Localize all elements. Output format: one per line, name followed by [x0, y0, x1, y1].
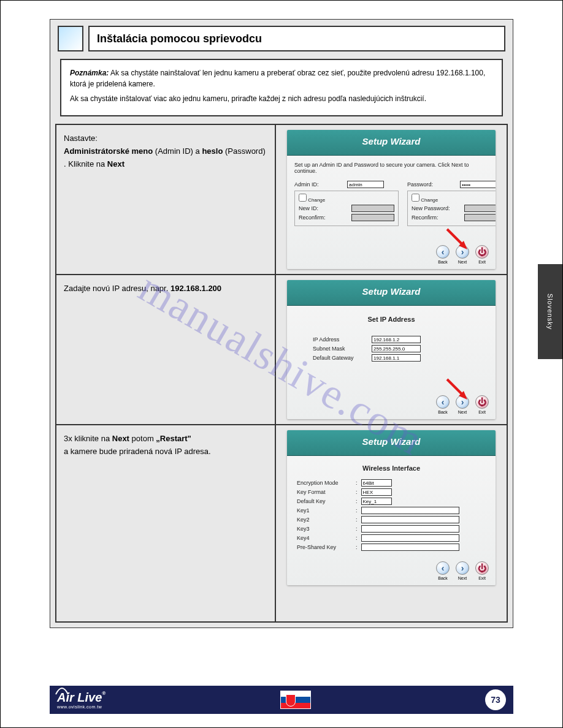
back-button[interactable]: ‹Back: [434, 245, 451, 264]
wizard1-intro: Set up an Admin ID and Password to secur…: [294, 162, 488, 174]
page: Inštalácia pomocou sprievodcu Poznámka: …: [0, 0, 563, 728]
next-button[interactable]: ›Next: [454, 395, 471, 414]
step2-screenshot: Setup Wizard Set IP Address IP Address S…: [276, 275, 508, 424]
t: Exit: [473, 260, 491, 264]
t: a kamere bude priradená nová IP adresa.: [64, 447, 211, 456]
t: Next: [454, 260, 471, 264]
reconfirm-id-input[interactable]: [351, 214, 394, 221]
note-box: Poznámka: Ak sa chystáte nainštalovať le…: [60, 59, 503, 116]
flag-icon: [280, 691, 311, 709]
step-row-3: 3x kliknite na Next potom „Restart" a ka…: [55, 424, 508, 623]
t: 3x kliknite na: [64, 434, 112, 443]
exit-icon: ⏻: [475, 395, 489, 409]
change-checkbox[interactable]: [299, 194, 307, 202]
lbl: Admin ID:: [294, 181, 343, 188]
fmt-select[interactable]: [361, 488, 392, 496]
change-checkbox-2[interactable]: [412, 194, 419, 202]
key3-input[interactable]: [361, 525, 459, 533]
page-title: Inštalácia pomocou sprievodcu: [88, 26, 505, 51]
language-tab: Slovensky: [538, 264, 562, 359]
ip-input[interactable]: [372, 336, 421, 343]
lbl: Key Format: [297, 489, 352, 495]
back-button[interactable]: ‹Back: [434, 395, 451, 414]
t: Exit: [473, 576, 491, 580]
t: . Kliknite na: [64, 159, 107, 169]
lbl: Pre-Shared Key: [297, 544, 352, 550]
title-row: Inštalácia pomocou sprievodcu: [50, 20, 513, 54]
t: Next: [107, 159, 124, 169]
t: Back: [434, 260, 451, 264]
t: (Admin ID): [155, 146, 193, 156]
password-input[interactable]: [460, 181, 496, 188]
lbl: IP Address: [313, 336, 368, 343]
t: potom: [132, 434, 156, 443]
wizard-title: Setup Wizard: [287, 280, 496, 306]
note-line2: Ak sa chystáte inštalovať viac ako jednu…: [70, 93, 493, 104]
lbl: Subnet Mask: [313, 346, 368, 352]
steps-grid: Nastavte: Administrátorské meno (Admin I…: [55, 124, 508, 623]
lbl: Reconfirm:: [299, 214, 348, 221]
logo-arc-icon: [55, 684, 69, 696]
next-icon: ›: [456, 395, 469, 409]
back-icon: ‹: [436, 395, 450, 409]
wizard-2: Setup Wizard Set IP Address IP Address S…: [287, 280, 496, 419]
lbl: New ID:: [299, 205, 348, 211]
wizard-title: Setup Wizard: [287, 430, 496, 456]
mask-input[interactable]: [372, 345, 421, 352]
t: Exit: [473, 410, 491, 414]
t: heslo: [202, 146, 223, 156]
key4-input[interactable]: [361, 534, 459, 542]
next-icon: ›: [456, 561, 469, 575]
step1-text: Nastavte: Administrátorské meno (Admin I…: [55, 125, 276, 274]
lbl: Reconfirm:: [412, 214, 461, 221]
wizard3-subtitle: Wireless Interface: [297, 464, 486, 472]
key1-input[interactable]: [361, 507, 459, 514]
wizard-1: Setup Wizard Set up an Admin ID and Pass…: [287, 130, 496, 269]
admin-id-input[interactable]: [347, 181, 384, 188]
t: Change: [308, 197, 325, 203]
next-icon: ›: [456, 245, 469, 259]
exit-icon: ⏻: [475, 245, 489, 259]
wizard2-subtitle: Set IP Address: [294, 316, 488, 323]
t: Next: [454, 410, 471, 414]
note-line1: Ak sa chystáte nainštalovať len jednu ka…: [70, 69, 485, 88]
t: (Password): [225, 146, 266, 156]
key2-input[interactable]: [361, 516, 459, 523]
new-id-input[interactable]: [351, 205, 394, 212]
step-row-2: Zadajte novú IP adresu, napr. 192.168.1.…: [55, 274, 508, 424]
wizard-title: Setup Wizard: [287, 130, 496, 156]
gateway-input[interactable]: [372, 354, 421, 362]
wizard-3: Setup Wizard Wireless Interface Encrypti…: [287, 430, 496, 585]
step-row-1: Nastavte: Administrátorské meno (Admin I…: [55, 124, 508, 274]
brand-url: www.ovislink.com.tw: [57, 705, 105, 709]
t: Next: [112, 434, 129, 443]
next-button[interactable]: ›Next: [454, 561, 471, 580]
t: Next: [454, 576, 471, 580]
content-panel: Inštalácia pomocou sprievodcu Poznámka: …: [50, 19, 513, 628]
t: Zadajte novú IP adresu, napr.: [64, 284, 170, 293]
psk-input[interactable]: [361, 544, 459, 551]
lbl: Key3: [297, 526, 352, 532]
defkey-select[interactable]: [361, 498, 392, 505]
exit-button[interactable]: ⏻Exit: [473, 245, 491, 264]
next-button[interactable]: ›Next: [454, 245, 471, 264]
lbl: Password:: [407, 181, 456, 188]
lbl: New Password:: [412, 205, 461, 211]
lbl: Key4: [297, 535, 352, 541]
step2-text: Zadajte novú IP adresu, napr. 192.168.1.…: [55, 275, 276, 424]
exit-button[interactable]: ⏻Exit: [473, 561, 491, 580]
step1-screenshot: Setup Wizard Set up an Admin ID and Pass…: [276, 125, 508, 274]
step3-screenshot: Setup Wizard Wireless Interface Encrypti…: [276, 425, 508, 621]
lbl: Default Gateway: [313, 355, 368, 361]
new-pwd-input[interactable]: [464, 205, 496, 212]
title-icon: [58, 26, 83, 51]
note-label: Poznámka:: [70, 69, 109, 77]
t: Back: [434, 576, 451, 580]
exit-button[interactable]: ⏻Exit: [473, 395, 491, 414]
reconfirm-pwd-input[interactable]: [464, 214, 496, 221]
enc-select[interactable]: [361, 479, 392, 487]
back-button[interactable]: ‹Back: [434, 561, 451, 580]
t: 192.168.1.200: [170, 284, 221, 293]
t: Nastavte:: [64, 134, 98, 143]
back-icon: ‹: [436, 245, 450, 259]
